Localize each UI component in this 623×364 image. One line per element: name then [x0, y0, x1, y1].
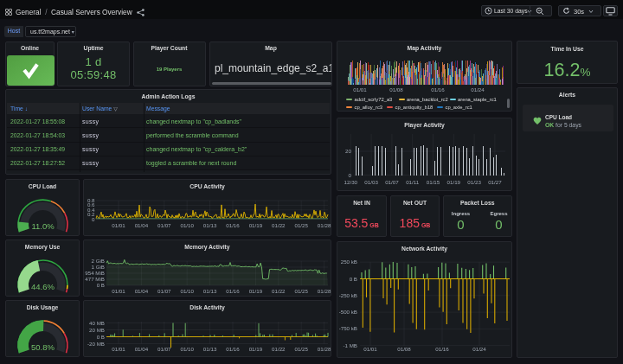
svg-text:01/10: 01/10	[180, 288, 194, 294]
svg-text:01/27: 01/27	[488, 179, 502, 185]
svg-text:-250 kB: -250 kB	[339, 292, 357, 298]
svg-text:01/01: 01/01	[112, 288, 125, 294]
svg-text:01/15: 01/15	[427, 179, 440, 185]
svg-text:01/04: 01/04	[135, 288, 149, 294]
svg-text:250 kB: 250 kB	[341, 259, 357, 265]
svg-text:50.8%: 50.8%	[31, 342, 55, 352]
svg-text:01/13: 01/13	[203, 346, 217, 352]
svg-text:01/22: 01/22	[272, 221, 286, 227]
svg-text:0 B: 0 B	[97, 334, 105, 340]
svg-text:01/08: 01/08	[389, 86, 403, 93]
svg-text:-500 kB: -500 kB	[339, 309, 357, 315]
svg-text:01/07: 01/07	[157, 221, 171, 227]
svg-text:954 MiB: 954 MiB	[85, 270, 105, 276]
svg-text:01/25: 01/25	[294, 288, 308, 294]
svg-text:01/28: 01/28	[318, 346, 331, 352]
svg-text:01/13: 01/13	[203, 288, 217, 294]
svg-text:01/24: 01/24	[471, 86, 485, 93]
svg-text:01/01: 01/01	[353, 86, 367, 93]
svg-text:20: 20	[345, 148, 351, 154]
svg-text:01/25: 01/25	[294, 221, 308, 227]
svg-text:01/16: 01/16	[226, 288, 240, 294]
svg-text:01/11: 01/11	[406, 179, 420, 185]
svg-text:01/19: 01/19	[249, 221, 263, 227]
svg-text:01/16: 01/16	[435, 346, 449, 352]
svg-text:01/10: 01/10	[180, 221, 194, 227]
svg-text:1 GiB: 1 GiB	[92, 264, 105, 270]
svg-text:01/08: 01/08	[397, 346, 411, 352]
svg-text:2 GiB: 2 GiB	[92, 258, 105, 264]
svg-text:44.6%: 44.6%	[31, 282, 55, 291]
svg-text:01/16: 01/16	[226, 346, 240, 352]
svg-text:-20 MB: -20 MB	[87, 341, 105, 347]
svg-text:01/07: 01/07	[157, 346, 171, 352]
svg-text:477 MiB: 477 MiB	[85, 276, 105, 282]
svg-text:-750 kB: -750 kB	[339, 325, 357, 331]
svg-text:01/19: 01/19	[447, 179, 461, 185]
svg-text:01/01: 01/01	[363, 346, 377, 352]
svg-text:01/07: 01/07	[157, 288, 171, 294]
svg-text:01/01: 01/01	[112, 346, 125, 352]
svg-text:0 B: 0 B	[350, 276, 357, 282]
svg-text:01/03: 01/03	[364, 179, 378, 185]
svg-text:01/04: 01/04	[135, 221, 149, 227]
svg-text:-1 MB: -1 MB	[343, 342, 357, 348]
svg-text:40 MB: 40 MB	[89, 320, 105, 326]
svg-text:01/07: 01/07	[385, 179, 399, 185]
svg-text:01/19: 01/19	[249, 288, 263, 294]
svg-text:01/22: 01/22	[272, 288, 286, 294]
svg-text:01/13: 01/13	[203, 221, 217, 227]
svg-text:0: 0	[349, 172, 352, 178]
svg-text:12/30: 12/30	[344, 179, 358, 185]
svg-text:01/24: 01/24	[472, 346, 486, 352]
svg-text:0.8: 0.8	[87, 197, 95, 203]
svg-text:01/28: 01/28	[318, 288, 331, 294]
svg-text:01/04: 01/04	[135, 346, 149, 352]
svg-text:20 MB: 20 MB	[89, 327, 105, 333]
svg-text:01/28: 01/28	[318, 221, 331, 227]
svg-text:01/19: 01/19	[249, 346, 263, 352]
svg-text:01/01: 01/01	[112, 221, 125, 227]
svg-text:01/25: 01/25	[294, 346, 308, 352]
svg-text:0 B: 0 B	[97, 282, 105, 288]
svg-text:11.0%: 11.0%	[31, 221, 55, 231]
svg-text:01/23: 01/23	[467, 179, 481, 185]
svg-text:01/22: 01/22	[272, 346, 286, 352]
svg-text:01/16: 01/16	[431, 86, 445, 93]
svg-text:01/10: 01/10	[180, 346, 194, 352]
svg-text:01/16: 01/16	[226, 221, 240, 227]
